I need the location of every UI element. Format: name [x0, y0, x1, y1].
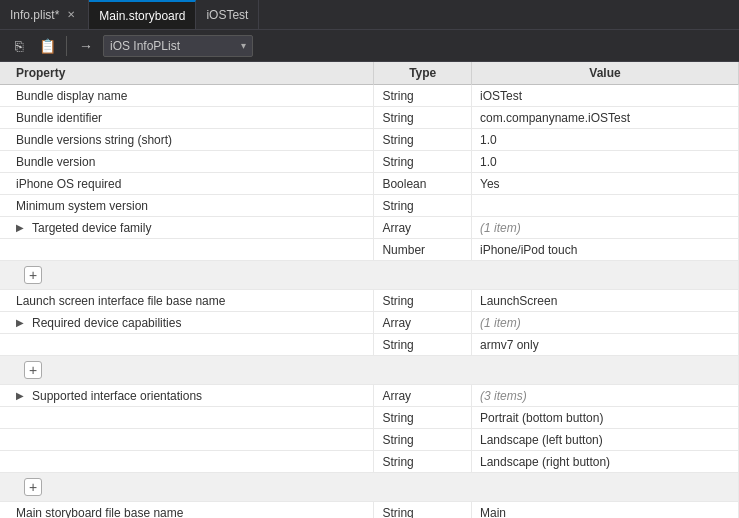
cell-value: Portrait (bottom button)	[471, 407, 738, 429]
table-row[interactable]: Minimum system versionString	[0, 195, 739, 217]
tab-main-storyboard[interactable]: Main.storyboard	[89, 0, 196, 29]
cell-value: iPhone/iPod touch	[471, 239, 738, 261]
cell-value: Landscape (right button)	[471, 451, 738, 473]
cell-type: String	[374, 290, 472, 312]
table-row[interactable]: Launch screen interface file base nameSt…	[0, 290, 739, 312]
cell-type: Array	[374, 217, 472, 239]
add-item-row: +	[0, 473, 739, 502]
cell-value: (1 item)	[471, 217, 738, 239]
table-row[interactable]: Bundle versionString1.0	[0, 151, 739, 173]
cell-type: String	[374, 129, 472, 151]
cell-property	[0, 451, 374, 473]
collapse-icon[interactable]: ▶	[16, 390, 28, 402]
table-row[interactable]: StringLandscape (right button)	[0, 451, 739, 473]
cell-property: Bundle versions string (short)	[0, 129, 374, 151]
cell-property: Bundle version	[0, 151, 374, 173]
cell-property: iPhone OS required	[0, 173, 374, 195]
toolbar: ⎘ 📋 → iOS InfoPList ▾	[0, 30, 739, 62]
cell-value: 1.0	[471, 151, 738, 173]
cell-type: String	[374, 85, 472, 107]
cell-value: (3 items)	[471, 385, 738, 407]
cell-property: Launch screen interface file base name	[0, 290, 374, 312]
table-row[interactable]: StringPortrait (bottom button)	[0, 407, 739, 429]
tab-info-plist-close[interactable]: ✕	[64, 8, 78, 22]
copy-button[interactable]: ⎘	[8, 35, 30, 57]
plist-table: Property Type Value Bundle display nameS…	[0, 62, 739, 518]
cell-property: Bundle display name	[0, 85, 374, 107]
cell-type: Array	[374, 385, 472, 407]
cell-property	[0, 429, 374, 451]
tab-ios-test-label: iOSTest	[206, 8, 248, 22]
cell-property: ▶Required device capabilities	[0, 312, 374, 334]
paste-button[interactable]: 📋	[36, 35, 58, 57]
cell-value: (1 item)	[471, 312, 738, 334]
add-item-cell: +	[0, 473, 739, 502]
add-item-button[interactable]: +	[24, 266, 42, 284]
table-row[interactable]: iPhone OS requiredBooleanYes	[0, 173, 739, 195]
table-row[interactable]: Bundle display nameStringiOSTest	[0, 85, 739, 107]
cell-type: Array	[374, 312, 472, 334]
col-header-property: Property	[0, 62, 374, 85]
cell-value: armv7 only	[471, 334, 738, 356]
cell-value: Landscape (left button)	[471, 429, 738, 451]
add-item-cell: +	[0, 356, 739, 385]
cell-property	[0, 407, 374, 429]
table-row[interactable]: Main storyboard file base nameStringMain	[0, 502, 739, 519]
cell-property: ▶Targeted device family	[0, 217, 374, 239]
cell-type: String	[374, 429, 472, 451]
dropdown-arrow-icon: ▾	[241, 40, 246, 51]
col-header-value: Value	[471, 62, 738, 85]
cell-type: String	[374, 451, 472, 473]
cell-value: LaunchScreen	[471, 290, 738, 312]
cell-value: com.companyname.iOSTest	[471, 107, 738, 129]
cell-property: ▶Supported interface orientations	[0, 385, 374, 407]
cell-value: Main	[471, 502, 738, 519]
add-item-row: +	[0, 261, 739, 290]
table-header-row: Property Type Value	[0, 62, 739, 85]
plist-content: Property Type Value Bundle display nameS…	[0, 62, 739, 518]
add-item-button[interactable]: +	[24, 478, 42, 496]
tab-bar: Info.plist* ✕ Main.storyboard iOSTest	[0, 0, 739, 30]
cell-type: String	[374, 407, 472, 429]
table-row[interactable]: ▶Targeted device familyArray(1 item)	[0, 217, 739, 239]
table-row[interactable]: StringLandscape (left button)	[0, 429, 739, 451]
cell-property: Main storyboard file base name	[0, 502, 374, 519]
collapse-icon[interactable]: ▶	[16, 317, 28, 329]
tab-main-storyboard-label: Main.storyboard	[99, 9, 185, 23]
table-row[interactable]: Stringarmv7 only	[0, 334, 739, 356]
tab-info-plist[interactable]: Info.plist* ✕	[0, 0, 89, 29]
cell-type: Boolean	[374, 173, 472, 195]
toolbar-divider	[66, 36, 67, 56]
cell-value: 1.0	[471, 129, 738, 151]
cell-type: String	[374, 195, 472, 217]
cell-property: Bundle identifier	[0, 107, 374, 129]
dropdown-wrapper[interactable]: iOS InfoPList ▾	[103, 35, 253, 57]
add-item-cell: +	[0, 261, 739, 290]
table-row[interactable]: Bundle versions string (short)String1.0	[0, 129, 739, 151]
add-item-row: +	[0, 356, 739, 385]
cell-value	[471, 195, 738, 217]
cell-value: iOSTest	[471, 85, 738, 107]
cell-property	[0, 239, 374, 261]
col-header-type: Type	[374, 62, 472, 85]
dropdown-label: iOS InfoPList	[110, 39, 180, 53]
table-row[interactable]: ▶Required device capabilitiesArray(1 ite…	[0, 312, 739, 334]
add-item-button[interactable]: +	[24, 361, 42, 379]
table-row[interactable]: NumberiPhone/iPod touch	[0, 239, 739, 261]
cell-value: Yes	[471, 173, 738, 195]
tab-info-plist-label: Info.plist*	[10, 8, 59, 22]
cell-property: Minimum system version	[0, 195, 374, 217]
cell-type: String	[374, 334, 472, 356]
collapse-icon[interactable]: ▶	[16, 222, 28, 234]
tab-ios-test[interactable]: iOSTest	[196, 0, 259, 29]
cell-type: String	[374, 107, 472, 129]
link-button[interactable]: →	[75, 35, 97, 57]
table-row[interactable]: Bundle identifierStringcom.companyname.i…	[0, 107, 739, 129]
table-row[interactable]: ▶Supported interface orientationsArray(3…	[0, 385, 739, 407]
cell-type: String	[374, 502, 472, 519]
cell-type: Number	[374, 239, 472, 261]
cell-property	[0, 334, 374, 356]
cell-type: String	[374, 151, 472, 173]
